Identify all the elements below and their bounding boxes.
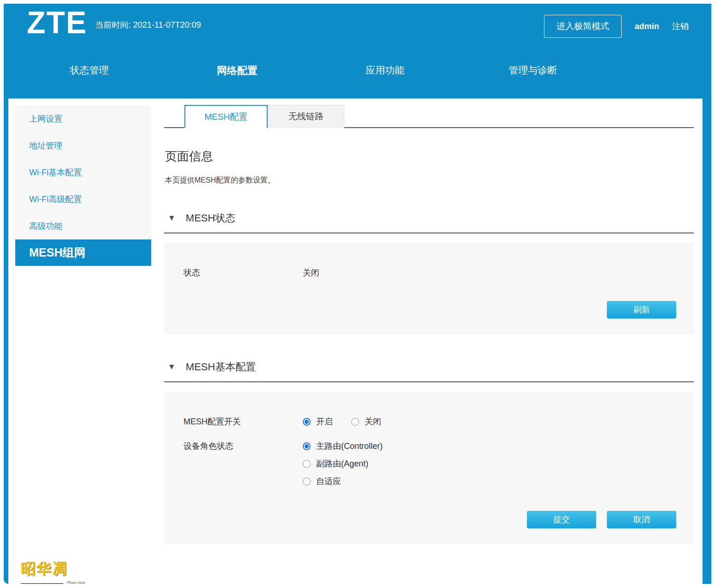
section-divider bbox=[164, 381, 694, 382]
mesh-status-panel: 状态 关闭 刷新 bbox=[164, 243, 694, 334]
mesh-switch-row: MESH配置开关 开启 关闭 bbox=[164, 411, 694, 432]
sidebar-item-address-management[interactable]: 地址管理 bbox=[15, 132, 151, 159]
sidebar-item-advanced-functions[interactable]: 高级功能 bbox=[15, 213, 151, 239]
collapse-triangle-icon[interactable]: ▼ bbox=[168, 362, 176, 372]
radio-selected-icon[interactable] bbox=[303, 418, 311, 426]
radio-option-label: 开启 bbox=[316, 416, 333, 427]
current-time-value: 2021-11-07T20:09 bbox=[133, 20, 201, 30]
mesh-status-section-header[interactable]: ▼ MESH状态 bbox=[164, 211, 694, 225]
sidebar-item-wifi-advanced[interactable]: Wi-Fi高级配置 bbox=[15, 186, 151, 213]
header-right: 进入极简模式 admin 注销 bbox=[544, 15, 689, 38]
tab-mesh-config[interactable]: MESH配置 bbox=[184, 105, 268, 128]
header: ZTE 当前时间: 2021-11-07T20:09 进入极简模式 admin … bbox=[8, 4, 703, 98]
status-row: 状态 关闭 bbox=[164, 262, 694, 283]
page-frame: ZTE 当前时间: 2021-11-07T20:09 进入极简模式 admin … bbox=[4, 4, 711, 584]
watermark-caption: Zhao Hua Diao bbox=[67, 581, 95, 584]
current-time: 当前时间: 2021-11-07T20:09 bbox=[95, 19, 201, 31]
watermark-sub: Zhao Hua Diao bbox=[21, 581, 95, 584]
cancel-button[interactable]: 取消 bbox=[607, 511, 676, 528]
mesh-config-section-title: MESH基本配置 bbox=[186, 360, 256, 374]
sidebar: 上网设置 地址管理 Wi-Fi基本配置 Wi-Fi高级配置 高级功能 MESH组… bbox=[15, 105, 151, 266]
section-divider bbox=[164, 233, 694, 233]
submit-button[interactable]: 提交 bbox=[527, 511, 596, 528]
radio-unselected-icon[interactable] bbox=[351, 418, 359, 426]
watermark-logo: 昭华凋 Zhao Hua Diao bbox=[21, 559, 95, 584]
tab-bar: MESH配置 无线链路 bbox=[164, 105, 694, 128]
radio-option-disable[interactable]: 关闭 bbox=[351, 416, 381, 427]
radio-option-agent[interactable]: 副路由(Agent) bbox=[303, 458, 383, 469]
radio-selected-icon[interactable] bbox=[303, 442, 311, 450]
status-value: 关闭 bbox=[303, 267, 319, 278]
nav-item-status[interactable]: 状态管理 bbox=[15, 64, 163, 78]
tab-wireless-link[interactable]: 无线链路 bbox=[268, 105, 344, 128]
mesh-config-section-header[interactable]: ▼ MESH基本配置 bbox=[164, 360, 694, 374]
page-title: 页面信息 bbox=[165, 148, 694, 165]
main-panel: MESH配置 无线链路 页面信息 本页提供MESH配置的参数设置。 ▼ MESH… bbox=[164, 105, 694, 544]
refresh-button[interactable]: 刷新 bbox=[607, 301, 676, 318]
main-nav: 状态管理 网络配置 应用功能 管理与诊断 bbox=[15, 64, 607, 78]
sidebar-item-wifi-basic[interactable]: Wi-Fi基本配置 bbox=[15, 159, 151, 186]
radio-option-controller[interactable]: 主路由(Controller) bbox=[303, 441, 383, 452]
mesh-switch-label: MESH配置开关 bbox=[164, 416, 303, 427]
radio-unselected-icon[interactable] bbox=[303, 460, 311, 468]
status-label: 状态 bbox=[164, 267, 303, 278]
radio-option-enable[interactable]: 开启 bbox=[303, 416, 333, 427]
radio-option-adaptive[interactable]: 自适应 bbox=[303, 476, 383, 487]
nav-item-network[interactable]: 网络配置 bbox=[163, 64, 311, 78]
sidebar-item-internet-settings[interactable]: 上网设置 bbox=[15, 105, 151, 132]
device-role-row: 设备角色状态 主路由(Controller) 副路由(Agent) 自适应 bbox=[164, 438, 694, 490]
radio-option-label: 关闭 bbox=[365, 416, 381, 427]
logout-link[interactable]: 注销 bbox=[672, 21, 689, 32]
refresh-button-row: 刷新 bbox=[164, 301, 694, 318]
mesh-status-section-title: MESH状态 bbox=[186, 211, 236, 225]
nav-item-apps[interactable]: 应用功能 bbox=[311, 64, 459, 78]
nav-item-management[interactable]: 管理与诊断 bbox=[459, 64, 607, 78]
mesh-config-panel: MESH配置开关 开启 关闭 设备角色状态 bbox=[164, 392, 694, 544]
current-time-label: 当前时间: bbox=[95, 20, 131, 30]
mesh-switch-options: 开启 关闭 bbox=[303, 416, 381, 427]
zte-logo: ZTE bbox=[27, 4, 87, 41]
radio-option-label: 自适应 bbox=[316, 476, 341, 487]
watermark-text: 昭华凋 bbox=[21, 559, 95, 579]
sidebar-item-mesh-networking[interactable]: MESH组网 bbox=[15, 239, 151, 266]
collapse-triangle-icon[interactable]: ▼ bbox=[168, 214, 176, 223]
username: admin bbox=[635, 22, 659, 31]
enter-simple-mode-button[interactable]: 进入极简模式 bbox=[544, 15, 622, 38]
content: 上网设置 地址管理 Wi-Fi基本配置 Wi-Fi高级配置 高级功能 MESH组… bbox=[8, 98, 703, 544]
page-description: 本页提供MESH配置的参数设置。 bbox=[165, 176, 694, 185]
radio-option-label: 主路由(Controller) bbox=[316, 441, 383, 452]
form-button-row: 提交 取消 bbox=[164, 511, 694, 528]
device-role-label: 设备角色状态 bbox=[164, 438, 303, 452]
radio-unselected-icon[interactable] bbox=[303, 478, 311, 485]
radio-option-label: 副路由(Agent) bbox=[316, 458, 368, 469]
watermark-bar bbox=[21, 583, 63, 584]
device-role-options: 主路由(Controller) 副路由(Agent) 自适应 bbox=[303, 438, 383, 490]
